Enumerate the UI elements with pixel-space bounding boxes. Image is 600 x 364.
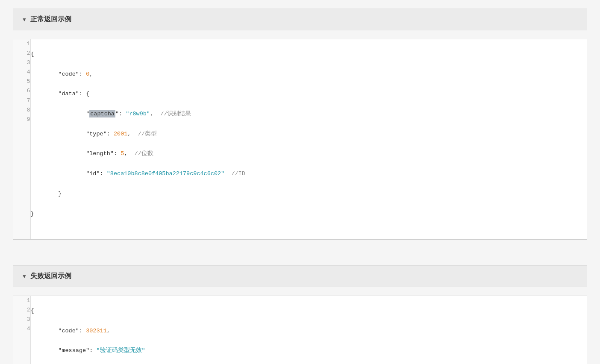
failure-arrow-icon: ▼ <box>22 273 27 279</box>
success-arrow-icon: ▼ <box>22 17 27 23</box>
failure-code-line-1: { <box>31 306 587 316</box>
success-code-content: { "code": 0, "data": { "captcha": "r8w9b… <box>30 39 587 239</box>
failure-code-content: { "code": 302311, "message": "验证码类型无效" } <box>30 296 587 364</box>
code-line-2: "code": 0, <box>31 70 587 79</box>
failure-code-block: 1 2 3 4 { "code": 302311, "message": "验证… <box>13 296 587 364</box>
code-line-7: "id": "8eca10b8c8e0f405ba22179c9c4c6c02"… <box>31 169 587 179</box>
success-section-header: ▼ 正常返回示例 <box>13 9 587 30</box>
success-code-block: 1 2 3 4 5 6 7 8 9 { "code": 0, "data": {… <box>13 39 587 240</box>
code-line-4: "captcha": "r8w9b", //识别结果 <box>31 109 587 119</box>
code-line-3: "data": { <box>31 89 587 99</box>
failure-code-line-2: "code": 302311, <box>31 326 587 336</box>
code-line-6: "length": 5, //位数 <box>31 149 587 159</box>
success-line-numbers: 1 2 3 4 5 6 7 8 9 <box>13 39 30 239</box>
failure-line-numbers: 1 2 3 4 <box>13 296 30 364</box>
success-section-title: 正常返回示例 <box>30 15 71 24</box>
code-line-9: } <box>31 209 587 219</box>
code-line-5: "type": 2001, //类型 <box>31 129 587 139</box>
code-line-8: } <box>31 189 587 199</box>
failure-code-line-3: "message": "验证码类型无效" <box>31 346 587 356</box>
code-line-1: { <box>31 50 587 59</box>
failure-section-header: ▼ 失败返回示例 <box>13 265 587 287</box>
failure-section-title: 失败返回示例 <box>30 272 71 281</box>
